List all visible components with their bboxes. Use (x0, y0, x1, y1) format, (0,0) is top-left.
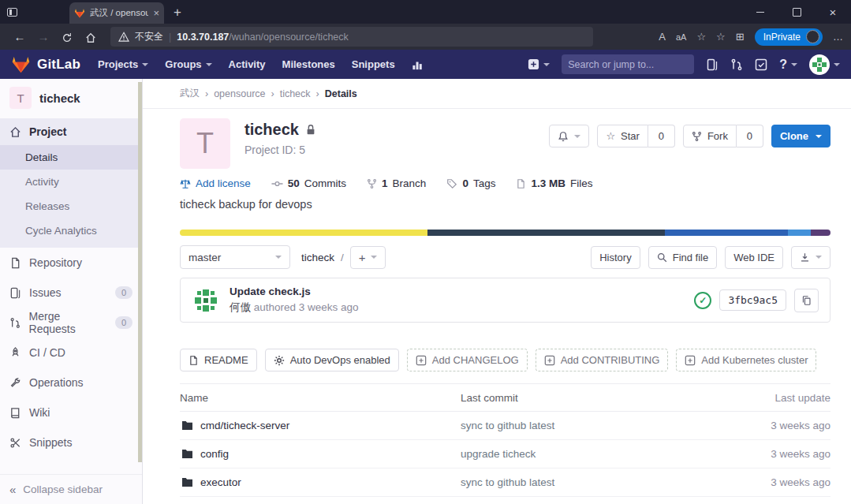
language-bar[interactable] (180, 230, 830, 236)
address-bar[interactable]: 不安全 | 10.3.70.187/wuhan/opensource/tiche… (110, 27, 593, 47)
sidebar-item-cycle-analytics[interactable]: Cycle Analytics (0, 218, 142, 243)
nav-snippets[interactable]: Snippets (352, 58, 395, 70)
sidebar-item-details[interactable]: Details (0, 145, 142, 170)
file-name[interactable]: config (200, 448, 229, 460)
tab-actions-button[interactable] (0, 0, 24, 24)
add-changelog-button[interactable]: Add CHANGELOG (407, 349, 528, 371)
file-name[interactable]: cmd/ticheck-server (200, 420, 289, 431)
sidebar-item-repository[interactable]: Repository (0, 248, 142, 278)
fork-count[interactable]: 0 (737, 125, 763, 147)
tree-path[interactable]: ticheck (301, 252, 334, 263)
tab-close-icon[interactable]: × (153, 8, 159, 18)
sidebar-item-issues[interactable]: Issues 0 (0, 278, 142, 308)
sidebar-context-header[interactable]: T ticheck (0, 79, 142, 118)
star-button-group: ☆Star 0 (597, 125, 675, 147)
table-row[interactable]: internal sync to github latest 3 weeks a… (180, 497, 830, 504)
collections-icon[interactable]: ⊞ (736, 31, 745, 43)
plus-square-icon (416, 355, 427, 366)
download-button[interactable] (791, 246, 830, 269)
not-secure-warning-icon (118, 32, 129, 42)
file-last-commit[interactable]: sync to github latest (461, 420, 728, 431)
web-ide-button[interactable]: Web IDE (725, 246, 783, 269)
sidebar-item-activity[interactable]: Activity (0, 170, 142, 194)
file-last-commit[interactable]: upgrade ticheck (461, 448, 728, 460)
issues-icon[interactable] (706, 58, 718, 71)
todos-icon[interactable] (755, 58, 767, 71)
sidebar-item-wiki[interactable]: Wiki (0, 398, 142, 427)
merge-request-icon[interactable] (730, 58, 743, 71)
sidebar-item-label: Releases (25, 200, 69, 212)
table-row[interactable]: cmd/ticheck-server sync to github latest… (180, 412, 830, 440)
url-text: 10.3.70.187/wuhan/opensource/ticheck (177, 32, 349, 43)
sidebar-item-operations[interactable]: Operations (0, 368, 142, 398)
translate-icon[interactable]: aA (676, 32, 686, 42)
table-row[interactable]: executor sync to github latest 3 weeks a… (180, 469, 830, 497)
home-button[interactable] (79, 30, 103, 43)
gitlab-brand[interactable]: GitLab (11, 55, 80, 73)
sidebar-item-releases[interactable]: Releases (0, 194, 142, 218)
search-icon (657, 252, 667, 263)
commit-author[interactable]: 何傲 (230, 301, 251, 313)
tags-stat[interactable]: 0Tags (446, 177, 495, 189)
pipeline-passed-icon[interactable]: ✓ (694, 292, 711, 309)
help-menu[interactable]: ? (779, 58, 797, 72)
find-file-button[interactable]: Find file (648, 246, 718, 269)
browser-tab[interactable]: 武汉 / opensource / ticheck · Git × (69, 2, 164, 24)
star-button[interactable]: ☆Star (597, 125, 648, 147)
maximize-button[interactable] (778, 0, 815, 24)
project-title: ticheck (244, 121, 299, 139)
read-aloud-icon[interactable]: A (659, 31, 666, 43)
history-button[interactable]: History (591, 246, 640, 269)
new-menu-button[interactable] (528, 58, 550, 70)
add-license-link[interactable]: Add license (180, 177, 251, 189)
files-stat[interactable]: 1.3 MBFiles (516, 177, 592, 189)
new-tab-button[interactable]: + (174, 5, 181, 21)
sidebar-scrollbar[interactable] (138, 82, 142, 462)
back-button[interactable]: ← (8, 30, 32, 43)
sidebar-item-project[interactable]: Project (0, 118, 142, 145)
more-menu-icon[interactable]: … (833, 31, 843, 43)
file-name[interactable]: executor (200, 476, 241, 488)
table-row[interactable]: config upgrade ticheck 3 weeks ago (180, 440, 830, 469)
breadcrumb-subgroup[interactable]: opensource (214, 88, 265, 99)
nav-activity[interactable]: Activity (229, 58, 266, 70)
add-contributing-button[interactable]: Add CONTRIBUTING (536, 349, 669, 371)
branch-selector[interactable]: master (180, 245, 290, 269)
commit-sha[interactable]: 3fbc9ac5 (719, 289, 786, 311)
star-count[interactable]: 0 (648, 125, 675, 147)
add-favorite-icon[interactable]: ☆ (696, 31, 706, 43)
collapse-sidebar-button[interactable]: « Collapse sidebar (0, 474, 142, 504)
new-file-dropdown[interactable]: + (350, 246, 386, 269)
branches-stat[interactable]: 1Branch (367, 177, 426, 189)
nav-milestones[interactable]: Milestones (282, 58, 335, 70)
file-table-header: Name Last commit Last update (180, 383, 830, 412)
favorites-icon[interactable]: ☆ (716, 31, 726, 43)
fork-button[interactable]: Fork (683, 125, 737, 147)
breadcrumb-separator: › (316, 88, 319, 99)
sidebar-item-ci-cd[interactable]: CI / CD (0, 338, 142, 368)
readme-button[interactable]: README (180, 349, 257, 371)
sidebar-item-snippets[interactable]: Snippets (0, 427, 142, 457)
clone-button[interactable]: Clone (771, 125, 830, 147)
notifications-button[interactable] (549, 125, 589, 147)
breadcrumb-project[interactable]: ticheck (280, 88, 311, 99)
chart-icon[interactable] (412, 59, 424, 70)
add-kubernetes-button[interactable]: Add Kubernetes cluster (676, 349, 816, 371)
breadcrumb-group[interactable]: 武汉 (180, 87, 200, 100)
user-menu[interactable] (809, 54, 840, 75)
nav-projects[interactable]: Projects (98, 58, 148, 70)
refresh-button[interactable] (55, 30, 79, 43)
commit-title-link[interactable]: Update check.js (230, 286, 359, 297)
commits-stat[interactable]: 50Commits (271, 177, 346, 189)
plus-square-icon (544, 355, 555, 366)
inprivate-badge[interactable]: InPrivate (755, 28, 823, 46)
sidebar-item-merge-requests[interactable]: Merge Requests 0 (0, 308, 142, 338)
minimize-button[interactable] (742, 0, 778, 24)
search-input[interactable] (568, 59, 695, 70)
nav-groups[interactable]: Groups (165, 58, 211, 70)
search-box[interactable] (562, 54, 694, 74)
auto-devops-button[interactable]: Auto DevOps enabled (265, 349, 399, 371)
copy-sha-button[interactable] (794, 289, 819, 312)
close-button[interactable]: × (815, 0, 851, 24)
file-last-commit[interactable]: sync to github latest (461, 476, 728, 488)
